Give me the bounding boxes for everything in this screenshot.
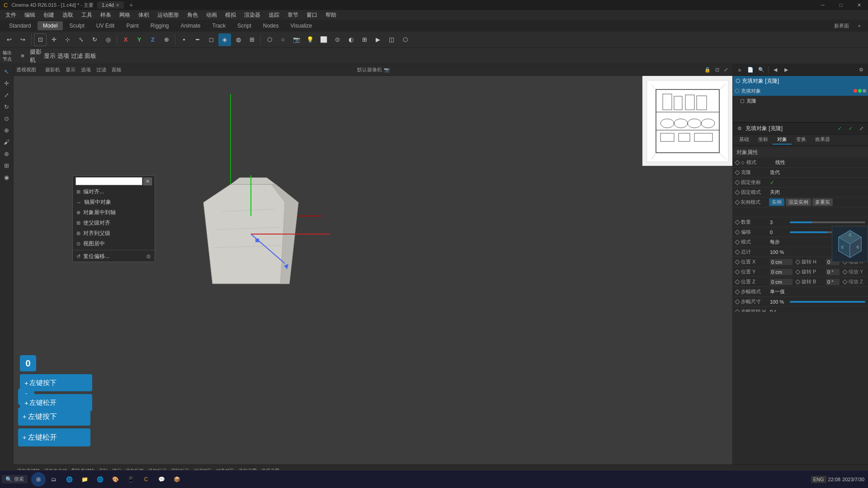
prop-rotb-diamond[interactable]	[795, 279, 800, 284]
props-check2-icon[interactable]: ✓	[845, 124, 855, 134]
rp-fwd-btn[interactable]: ▶	[781, 65, 791, 75]
menu-track[interactable]: 追踪	[265, 10, 283, 20]
cm-item-sibling[interactable]: ⊞ 对齐到父级	[73, 228, 155, 239]
prop-posy-val[interactable]: 0 cm	[770, 269, 793, 275]
tab-basic[interactable]: 基础	[735, 135, 754, 145]
taskbar-ps-btn[interactable]: 🎨	[108, 472, 123, 487]
add-tab-btn[interactable]: +	[129, 1, 133, 9]
workplane-btn[interactable]: ⊞	[245, 33, 258, 46]
display-tb-btn[interactable]: 显示	[43, 50, 56, 62]
tab-model[interactable]: Model	[38, 21, 63, 30]
select-btn[interactable]: ⊡	[34, 33, 47, 46]
cm-item-parent-align[interactable]: ⊞ 使父级对齐	[73, 218, 155, 228]
tab-nodes[interactable]: Nodes	[258, 21, 284, 30]
menu-volume[interactable]: 体积	[135, 10, 153, 20]
instance-btn3[interactable]: 多重实	[812, 198, 833, 206]
toolbar-camera-btn[interactable]: 摄影机	[43, 66, 62, 74]
tab-track[interactable]: Track	[207, 21, 231, 30]
prop-scalez-diamond[interactable]	[842, 279, 847, 284]
tab-animate[interactable]: Animate	[175, 21, 206, 30]
render-btn[interactable]: ◫	[385, 33, 398, 46]
context-menu-close-btn[interactable]: ✕	[143, 178, 152, 185]
prop-total-diamond[interactable]	[735, 249, 740, 254]
vp-lock-icon[interactable]: 🔒	[703, 66, 712, 73]
sidebar-icon-measure[interactable]: ⊞	[1, 160, 12, 171]
prop-posx-val[interactable]: 0 cm	[770, 259, 793, 265]
prop-count-diamond[interactable]	[735, 220, 740, 225]
menu-window[interactable]: 窗口	[303, 10, 321, 20]
menu-edit[interactable]: 编辑	[21, 10, 39, 20]
edges-mode-btn[interactable]: ━	[191, 33, 204, 46]
palette-btn[interactable]: ◐	[344, 33, 357, 46]
cm-item-align[interactable]: ⊞ 编对齐...	[73, 187, 155, 197]
undo-btn[interactable]: ↩	[3, 33, 15, 46]
tab-object[interactable]: 对象	[773, 135, 792, 145]
tab-standard[interactable]: Standard	[4, 21, 37, 30]
toolbar-panel-btn[interactable]: 面板	[110, 66, 123, 74]
rp-file-btn[interactable]: 📄	[745, 65, 755, 75]
tab-paint[interactable]: Paint	[121, 21, 144, 30]
taskbar-explorer-btn[interactable]: 🗂	[47, 472, 61, 487]
prop-stepmode2-diamond[interactable]	[735, 289, 740, 294]
z-axis-btn[interactable]: Z	[146, 33, 159, 46]
polys-mode-btn[interactable]: ◻	[205, 33, 217, 46]
viewport-3d[interactable]: ✕ ⊞ 编对齐... ↔ 轴展中对象 ⊕ 对象展中到轴	[14, 76, 732, 465]
file-tab[interactable]: 1.c4d ✕	[97, 1, 124, 9]
minimize-btn[interactable]: ─	[814, 0, 832, 10]
vp-fullscreen-icon[interactable]: ⤢	[722, 66, 730, 73]
menu-simulate[interactable]: 模拟	[222, 10, 240, 20]
floor-btn[interactable]: ⬜	[317, 33, 330, 46]
cm-reset-settings-icon[interactable]: ⚙	[146, 253, 151, 260]
prop-fixcoord-diamond[interactable]	[735, 180, 740, 185]
sidebar-icon-magnet[interactable]: ⊛	[1, 148, 12, 159]
toolbar-display-btn[interactable]: 显示	[64, 66, 77, 74]
menu-character[interactable]: 角色	[184, 10, 202, 20]
menu-mograph[interactable]: 运动图形	[154, 10, 183, 20]
prop-mode-diamond[interactable]	[735, 160, 740, 165]
prop-posx-diamond[interactable]	[735, 259, 740, 264]
render-preview-btn[interactable]: ▶	[372, 33, 384, 46]
camera-tb-btn[interactable]: 摄影机	[30, 50, 42, 62]
menu-chapter[interactable]: 章节	[284, 10, 302, 20]
tab-effectors[interactable]: 效果器	[811, 135, 835, 145]
props-settings-icon[interactable]: ⚙	[735, 124, 745, 134]
close-btn[interactable]: ✕	[850, 0, 868, 10]
light-btn[interactable]: 💡	[304, 33, 316, 46]
sidebar-icon-paint[interactable]: 🖌	[1, 136, 12, 147]
sidebar-icon-rotate[interactable]: ↻	[1, 101, 12, 112]
prop-rotp-diamond[interactable]	[795, 269, 800, 274]
menu-animate[interactable]: 动画	[203, 10, 221, 20]
prop-steph-diamond[interactable]	[735, 309, 740, 312]
addobj-btn[interactable]: 输出节点	[3, 50, 15, 62]
panel-btn[interactable]: 面板	[84, 50, 97, 62]
menu-create[interactable]: 创建	[40, 10, 58, 20]
cm-item-view-center[interactable]: ⊙ 视图居中	[73, 239, 155, 249]
sidebar-icon-camera2[interactable]: ◉	[1, 172, 12, 183]
vp-ortho-icon[interactable]: ⊡	[713, 66, 721, 73]
sidebar-icon-scale[interactable]: ⤢	[1, 89, 12, 100]
taskbar-folder-btn[interactable]: 📁	[77, 472, 92, 487]
instance-btn1[interactable]: 实例	[769, 198, 784, 206]
menu-select[interactable]: 选取	[59, 10, 77, 20]
prop-roth-diamond[interactable]	[795, 259, 800, 264]
menu-tools[interactable]: 工具	[78, 10, 96, 20]
null-btn[interactable]: ○	[277, 33, 289, 46]
sidebar-icon-select[interactable]: ↖	[1, 66, 12, 77]
live-select-btn[interactable]: ✛	[47, 33, 60, 46]
tab-script[interactable]: Script	[232, 21, 257, 30]
move-btn[interactable]: ⊹	[61, 33, 74, 46]
scale-btn[interactable]: ⤡	[75, 33, 87, 46]
filter-btn[interactable]: 过滤	[71, 50, 83, 62]
obj-row-2[interactable]: ◻ 克隆	[733, 96, 868, 106]
prop-stepmode-diamond[interactable]	[735, 239, 740, 244]
instance-btn2[interactable]: 渲染实例	[786, 198, 811, 206]
snap-btn[interactable]: ◎	[102, 33, 114, 46]
context-menu-search-input[interactable]	[75, 177, 142, 185]
taskbar-edge-btn[interactable]: 🌐	[62, 472, 76, 487]
props-check-icon[interactable]: ✓	[835, 124, 844, 134]
toolbar-filter-btn[interactable]: 过滤	[94, 66, 108, 74]
taskbar-c4d-btn[interactable]: C	[139, 472, 153, 487]
grid-btn[interactable]: ⊞	[358, 33, 371, 46]
sidebar-icon-move[interactable]: ✛	[1, 78, 12, 89]
props-expand-btn[interactable]: ⤢	[856, 124, 866, 134]
